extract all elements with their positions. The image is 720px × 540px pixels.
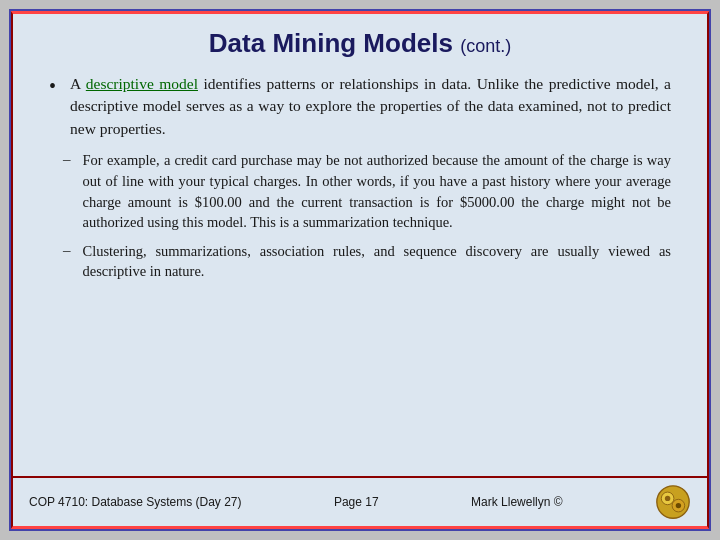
sub-text-1: For example, a credit card purchase may …	[83, 150, 672, 232]
descriptive-model-highlight: descriptive model	[86, 75, 198, 92]
sub-item-1: – For example, a credit card purchase ma…	[63, 150, 671, 232]
footer-center: Page 17	[334, 495, 379, 509]
slide-title: Data Mining Models (cont.)	[209, 28, 511, 58]
footer-right: Mark Llewellyn ©	[471, 495, 563, 509]
sub-item-2: – Clustering, summarizations, associatio…	[63, 241, 671, 282]
sub-dash-1: –	[63, 151, 71, 168]
bullet-pre-text: A	[70, 75, 86, 92]
svg-point-4	[676, 503, 681, 508]
svg-point-3	[665, 496, 670, 501]
bullet-icon: •	[49, 75, 56, 98]
footer-left: COP 4710: Database Systems (Day 27)	[29, 495, 242, 509]
title-cont: (cont.)	[460, 36, 511, 56]
slide: Data Mining Models (cont.) • A descripti…	[10, 10, 710, 530]
slide-header: Data Mining Models (cont.)	[13, 14, 707, 69]
sub-text-2: Clustering, summarizations, association …	[83, 241, 672, 282]
main-bullet: • A descriptive model identifies pattern…	[49, 73, 671, 140]
sub-items-list: – For example, a credit card purchase ma…	[49, 150, 671, 281]
slide-footer: COP 4710: Database Systems (Day 27) Page…	[13, 476, 707, 526]
title-text: Data Mining Models	[209, 28, 453, 58]
footer-logo	[655, 484, 691, 520]
sub-dash-2: –	[63, 242, 71, 259]
main-bullet-text: A descriptive model identifies patterns …	[70, 73, 671, 140]
slide-content: • A descriptive model identifies pattern…	[13, 69, 707, 476]
